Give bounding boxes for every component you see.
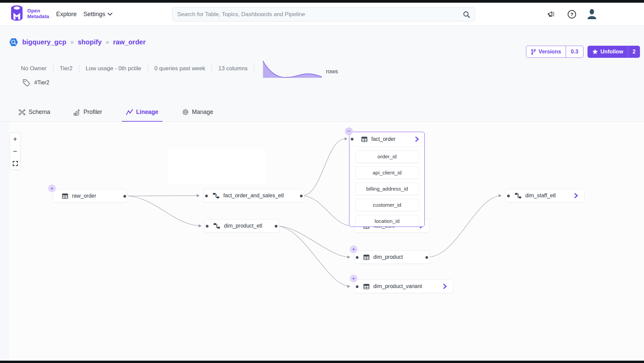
expand-columns-icon[interactable] bbox=[443, 284, 447, 289]
search-icon[interactable] bbox=[463, 11, 470, 18]
expand-upstream-badge[interactable]: + bbox=[350, 275, 357, 282]
versions-button[interactable]: Versions 0.3 bbox=[526, 46, 583, 58]
breadcrumb-separator: » bbox=[70, 39, 74, 46]
usage-label: Low usage - 0th pctile bbox=[86, 65, 141, 72]
breadcrumb: bigquery_gcp » shopify » raw_order bbox=[9, 38, 146, 47]
column-pill[interactable]: location_id bbox=[355, 215, 419, 227]
logo-text-line1: Open bbox=[27, 8, 49, 13]
queries-label: 0 queries past week bbox=[154, 65, 205, 72]
chevron-down-icon bbox=[108, 13, 112, 16]
target-handle[interactable] bbox=[507, 195, 510, 197]
entity-summary: bigquery_gcp » shopify » raw_order Versi… bbox=[0, 26, 644, 122]
lineage-canvas[interactable]: + − + raw_order fact_order_and_sales_etl… bbox=[9, 122, 644, 361]
version-number: 0.3 bbox=[566, 46, 583, 57]
node-label: raw_order bbox=[72, 193, 96, 199]
window-bottom-border bbox=[0, 361, 644, 363]
lineage-node-dim-product-etl[interactable]: dim_product_etl bbox=[204, 219, 279, 233]
tag-icon bbox=[22, 79, 30, 87]
node-label: dim_staff_etl bbox=[525, 193, 556, 199]
tab-profiler[interactable]: Profiler bbox=[70, 108, 106, 122]
pipeline-icon bbox=[515, 193, 522, 199]
user-avatar[interactable] bbox=[587, 9, 597, 19]
owner-label: No Owner bbox=[21, 65, 47, 72]
openmetadata-logo[interactable]: Open Metadata bbox=[9, 5, 49, 22]
expand-columns-icon[interactable] bbox=[574, 193, 578, 198]
lineage-icon bbox=[126, 109, 133, 116]
breadcrumb-database[interactable]: shopify bbox=[78, 38, 102, 46]
source-handle[interactable] bbox=[275, 225, 277, 228]
tier-label: Tier2 bbox=[60, 65, 73, 72]
collapse-columns-icon[interactable] bbox=[415, 136, 419, 142]
lineage-node-raw-order[interactable]: raw_order bbox=[53, 189, 128, 203]
canvas-controls: + − bbox=[10, 133, 20, 169]
schema-icon bbox=[18, 109, 26, 116]
target-handle[interactable] bbox=[356, 256, 358, 259]
nav-explore[interactable]: Explore bbox=[56, 3, 77, 26]
tab-lineage[interactable]: Lineage bbox=[122, 109, 162, 122]
column-pill[interactable]: billing_address_id bbox=[355, 183, 419, 195]
announcements-icon[interactable] bbox=[546, 9, 557, 19]
star-icon bbox=[592, 49, 598, 54]
column-pill[interactable]: order_id bbox=[355, 150, 419, 163]
follower-count: 2 bbox=[628, 46, 640, 58]
table-icon bbox=[361, 136, 368, 142]
entity-meta-row: No Owner Tier2 Low usage - 0th pctile 0 … bbox=[21, 57, 338, 80]
target-handle[interactable] bbox=[356, 285, 358, 288]
column-pill[interactable]: customer_id bbox=[355, 199, 419, 211]
fit-view-button[interactable] bbox=[10, 157, 20, 169]
table-icon bbox=[363, 254, 370, 260]
column-pill[interactable]: api_client_id bbox=[355, 166, 419, 179]
source-handle[interactable] bbox=[123, 195, 126, 198]
profiler-icon bbox=[74, 108, 80, 116]
breadcrumb-separator: » bbox=[106, 39, 109, 46]
node-label: fact_order bbox=[371, 136, 395, 142]
lineage-node-fact-order-and-sales-etl[interactable]: fact_order_and_sales_etl bbox=[203, 189, 304, 202]
breadcrumb-table[interactable]: raw_order bbox=[113, 38, 146, 46]
logo-text-line2: Metadata bbox=[27, 13, 49, 19]
table-icon bbox=[62, 193, 68, 199]
expand-upstream-badge[interactable]: + bbox=[350, 245, 357, 253]
search-input[interactable] bbox=[177, 11, 463, 18]
tab-schema[interactable]: Schema bbox=[14, 109, 54, 122]
collapse-downstream-badge[interactable]: − bbox=[345, 127, 353, 135]
tab-manage[interactable]: Manage bbox=[178, 109, 217, 122]
lineage-node-dim-product-variant[interactable]: dim_product_variant bbox=[354, 280, 453, 293]
nav-settings[interactable]: Settings bbox=[83, 3, 112, 26]
lineage-edges bbox=[9, 122, 644, 361]
target-handle[interactable] bbox=[206, 225, 209, 228]
lineage-node-dim-staff-etl[interactable]: dim_staff_etl bbox=[505, 189, 584, 202]
node-label: dim_product_etl bbox=[224, 223, 262, 229]
tag-row: #Tier2 bbox=[22, 79, 49, 87]
rows-sparkline bbox=[262, 57, 323, 80]
expand-upstream-badge[interactable]: + bbox=[48, 185, 56, 192]
branch-icon bbox=[531, 49, 536, 55]
breadcrumb-service[interactable]: bigquery_gcp bbox=[22, 38, 66, 46]
global-search[interactable] bbox=[172, 7, 475, 22]
tab-bar: Schema Profiler Lineage bbox=[0, 104, 644, 122]
source-handle[interactable] bbox=[300, 195, 303, 197]
table-icon bbox=[363, 284, 370, 289]
svg-text:?: ? bbox=[570, 12, 573, 17]
unfollow-button[interactable]: Unfollow 2 bbox=[588, 46, 640, 58]
tier-tag[interactable]: #Tier2 bbox=[34, 80, 49, 86]
openmetadata-logo-icon bbox=[9, 5, 25, 22]
zoom-in-button[interactable]: + bbox=[10, 133, 20, 145]
unfollow-label: Unfollow bbox=[601, 49, 623, 55]
source-handle[interactable] bbox=[425, 256, 428, 259]
versions-label: Versions bbox=[539, 49, 561, 55]
rows-label: rows bbox=[326, 68, 338, 75]
gear-icon bbox=[182, 109, 189, 116]
bigquery-service-icon bbox=[9, 38, 18, 47]
target-handle[interactable] bbox=[351, 138, 353, 140]
help-icon[interactable]: ? bbox=[567, 9, 577, 19]
node-label: dim_product bbox=[373, 254, 403, 260]
lineage-node-dim-product[interactable]: dim_product bbox=[354, 250, 430, 264]
lineage-node-fact-order-expanded[interactable]: fact_order order_id api_client_id billin… bbox=[349, 132, 425, 227]
columns-label: 13 columns bbox=[218, 65, 248, 72]
pipeline-icon bbox=[213, 193, 220, 199]
node-label: fact_order_and_sales_etl bbox=[223, 193, 284, 199]
window-top-border bbox=[0, 0, 644, 3]
target-handle[interactable] bbox=[205, 195, 208, 197]
app-header: Open Metadata Explore Settings bbox=[0, 3, 644, 26]
zoom-out-button[interactable]: − bbox=[10, 145, 20, 157]
